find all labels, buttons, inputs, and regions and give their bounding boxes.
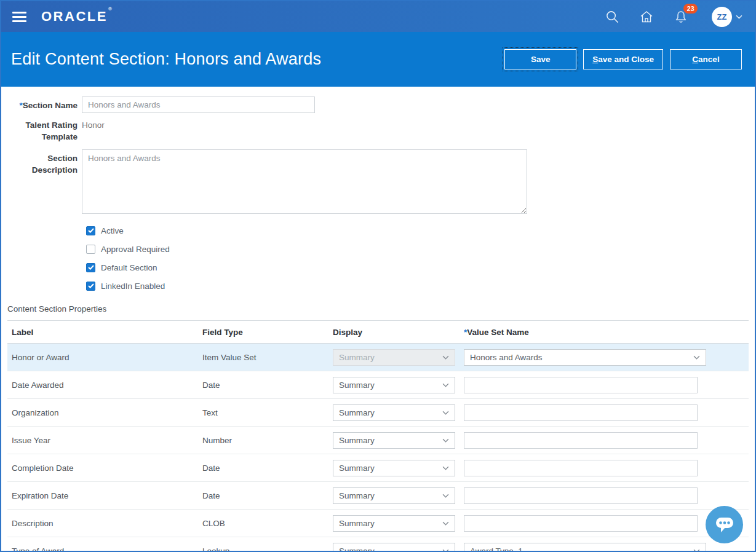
table-row[interactable]: Organization Text Summary: [7, 399, 749, 427]
table-row[interactable]: Completion Date Date Summary: [7, 454, 749, 482]
section-name-label: *Section Name: [1, 97, 82, 111]
checkbox-label: Approval Required: [101, 245, 170, 254]
user-menu[interactable]: ZZ: [712, 7, 742, 27]
checkbox-group: Active Approval Required Default Section…: [86, 221, 755, 295]
checkbox[interactable]: [86, 282, 95, 291]
notification-count-badge: 23: [683, 4, 698, 14]
table-row[interactable]: Date Awarded Date Summary: [7, 371, 749, 399]
row-label: Expiration Date: [7, 491, 198, 500]
chevron-down-icon: [442, 521, 449, 526]
row-label: Honor or Award: [7, 353, 198, 362]
display-select[interactable]: Summary: [333, 487, 455, 504]
checkbox-row[interactable]: Active: [86, 221, 755, 240]
value-set-input[interactable]: [464, 460, 698, 476]
display-select-value: Summary: [339, 353, 375, 362]
checkbox[interactable]: [86, 226, 95, 235]
row-display-cell: Summary: [328, 432, 460, 449]
value-set-input[interactable]: [464, 377, 698, 393]
row-field-type: Lookup: [198, 546, 328, 552]
check-icon: [88, 228, 94, 233]
checkbox[interactable]: [86, 263, 95, 272]
section-description-row: Section Description Honors and Awards: [1, 149, 755, 214]
search-icon[interactable]: [605, 9, 619, 24]
oracle-logo: ORACLE®: [41, 9, 113, 25]
display-select-value: Summary: [339, 463, 375, 473]
save-and-close-accel: S: [592, 55, 598, 64]
table-row[interactable]: Issue Year Number Summary: [7, 427, 749, 454]
checkbox-row[interactable]: LinkedIn Enabled: [86, 277, 755, 295]
check-icon: [88, 265, 94, 270]
row-value-set-cell: Award Type_1: [460, 543, 749, 552]
save-and-close-button[interactable]: Save and Close: [583, 49, 663, 69]
value-set-input[interactable]: [464, 404, 698, 421]
page-title: Edit Content Section: Honors and Awards: [11, 50, 321, 69]
row-field-type: Number: [198, 436, 328, 445]
cancel-accel: C: [692, 55, 698, 64]
table-header-row: Label Field Type Display *Value Set Name: [7, 321, 749, 344]
table-row[interactable]: Expiration Date Date Summary: [7, 482, 749, 510]
display-select-value: Summary: [339, 491, 375, 500]
chat-bubble-icon: [714, 516, 735, 534]
value-set-select[interactable]: Award Type_1: [464, 543, 706, 552]
display-select[interactable]: Summary: [333, 432, 455, 449]
display-select[interactable]: Summary: [333, 349, 455, 366]
table-row[interactable]: Description CLOB Summary: [7, 510, 749, 537]
save-button[interactable]: Save: [504, 49, 576, 69]
section-description-label: Section Description: [1, 149, 82, 176]
display-select-value: Summary: [339, 380, 375, 390]
checkbox-label: Default Section: [101, 263, 157, 272]
value-set-input[interactable]: [464, 487, 698, 504]
chevron-down-icon: [442, 549, 449, 552]
display-select[interactable]: Summary: [333, 377, 455, 393]
chevron-down-icon: [442, 411, 449, 415]
cancel-rest: ancel: [698, 55, 720, 64]
row-label: Type of Award: [7, 546, 198, 552]
row-display-cell: Summary: [328, 543, 460, 552]
chevron-down-icon: [442, 466, 449, 470]
column-header-field-type: Field Type: [198, 328, 328, 337]
row-value-set-cell: [460, 487, 749, 504]
row-display-cell: Summary: [328, 515, 460, 532]
chevron-down-icon: [442, 438, 449, 443]
row-label: Description: [7, 519, 198, 528]
row-field-type: Date: [198, 380, 328, 390]
chevron-down-icon: [736, 15, 742, 19]
page-header: Edit Content Section: Honors and Awards …: [1, 32, 755, 87]
display-select[interactable]: Summary: [333, 515, 455, 532]
row-value-set-cell: [460, 432, 749, 449]
column-header-display: Display: [328, 328, 460, 337]
row-value-set-cell: Honors and Awards: [460, 349, 749, 366]
display-select-value: Summary: [339, 519, 375, 528]
home-icon[interactable]: [639, 9, 654, 24]
checkbox-label: LinkedIn Enabled: [101, 282, 165, 291]
value-set-input[interactable]: [464, 432, 698, 449]
section-name-input[interactable]: [82, 97, 315, 113]
row-value-set-cell: [460, 404, 749, 421]
chevron-down-icon: [442, 494, 449, 498]
display-select-value: Summary: [339, 436, 375, 445]
table-row[interactable]: Honor or Award Item Value Set Summary Ho…: [7, 344, 749, 371]
value-set-select[interactable]: Honors and Awards: [464, 349, 706, 366]
column-header-value-set-name: *Value Set Name: [460, 328, 749, 337]
table-row[interactable]: Type of Award Lookup Summary Award Type_…: [7, 537, 749, 552]
value-set-input[interactable]: [464, 515, 698, 532]
talent-rating-template-row: Talent Rating Template Honor: [1, 116, 755, 143]
cancel-button[interactable]: Cancel: [670, 49, 742, 69]
hamburger-menu-icon[interactable]: [12, 12, 26, 22]
checkbox-row[interactable]: Approval Required: [86, 240, 755, 258]
row-field-type: Text: [198, 408, 328, 417]
display-select[interactable]: Summary: [333, 460, 455, 476]
section-description-textarea[interactable]: Honors and Awards: [82, 149, 527, 214]
notifications-bell-icon[interactable]: 23: [674, 9, 688, 24]
display-select[interactable]: Summary: [333, 543, 455, 552]
row-label: Date Awarded: [7, 380, 198, 390]
chevron-down-icon: [693, 355, 700, 360]
row-display-cell: Summary: [328, 349, 460, 366]
checkbox[interactable]: [86, 245, 95, 254]
chevron-down-icon: [693, 549, 700, 552]
chat-assistant-button[interactable]: [706, 506, 743, 543]
edit-section-form: *Section Name Talent Rating Template Hon…: [1, 87, 755, 295]
checkbox-row[interactable]: Default Section: [86, 258, 755, 277]
row-field-type: Date: [198, 463, 328, 473]
display-select[interactable]: Summary: [333, 404, 455, 421]
